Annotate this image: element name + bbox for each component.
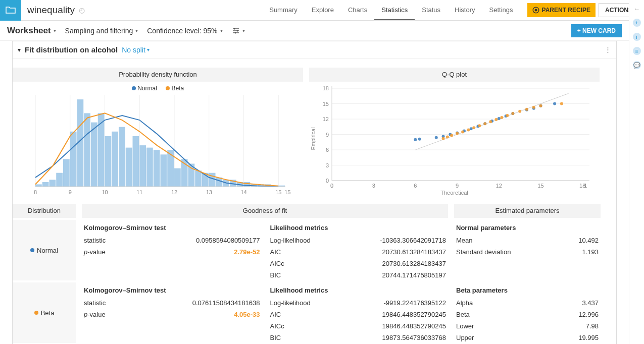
params-block: Normal parametersMean10.492Standard devi…: [454, 220, 601, 280]
svg-point-104: [456, 132, 459, 135]
metric-row: Log-likelihood-9919.224176395122: [268, 297, 449, 309]
legend-normal-marker: [132, 86, 136, 90]
svg-rect-30: [84, 113, 90, 187]
distribution-header: Distribution: [13, 204, 76, 218]
qq-chart-column: Q-Q plot 036912151803691215181Theoretica…: [309, 68, 600, 198]
tab-charts[interactable]: Charts: [341, 0, 374, 20]
tab-status[interactable]: Status: [415, 0, 448, 20]
svg-rect-36: [126, 148, 132, 187]
worksheet-dropdown[interactable]: Worksheet ▾: [7, 26, 56, 36]
svg-text:0: 0: [330, 183, 333, 189]
metric-row: statistic0.07611508434181638: [82, 297, 262, 309]
metric-row: AICc19846.448352790245: [268, 320, 449, 332]
svg-point-114: [511, 112, 514, 115]
svg-text:10: 10: [102, 189, 108, 195]
pdf-chart: Normal Beta 8910111213141515: [13, 82, 303, 198]
list-icon[interactable]: ≡: [633, 47, 641, 55]
svg-point-101: [442, 137, 445, 140]
qq-plot: 036912151803691215181TheoreticalEmpirica…: [309, 82, 600, 196]
svg-text:14: 14: [240, 189, 246, 195]
svg-rect-28: [70, 132, 77, 187]
svg-point-3: [233, 28, 235, 29]
svg-rect-35: [119, 127, 125, 187]
svg-text:9: 9: [326, 132, 329, 138]
tab-explore[interactable]: Explore: [305, 0, 341, 20]
svg-text:15: 15: [284, 189, 290, 195]
svg-text:9: 9: [69, 189, 72, 195]
svg-rect-46: [195, 170, 202, 187]
svg-point-111: [494, 118, 498, 121]
gof-block: Kolmogorov–Smirnov test statistic0.09585…: [82, 220, 448, 280]
svg-point-85: [435, 136, 438, 139]
metric-row: p-value2.79e-52: [82, 246, 262, 258]
collapse-arrow-icon[interactable]: ←: [633, 5, 640, 13]
svg-point-5: [234, 32, 236, 33]
qq-chart: 036912151803691215181TheoreticalEmpirica…: [309, 82, 600, 198]
metric-row: BIC19873.564736033768: [268, 332, 449, 343]
svg-rect-31: [91, 123, 97, 187]
svg-text:Empirical: Empirical: [310, 127, 316, 150]
fit-distribution-card: ▾ Fit distribution on alcohol No split▾ …: [12, 41, 617, 344]
gof-column: Goodness of fit Kolmogorov–Smirnov test …: [82, 204, 448, 343]
card-menu-icon[interactable]: ⋮: [605, 46, 611, 53]
params-block: Beta parametersAlpha3.437Beta12.996Lower…: [454, 282, 601, 343]
svg-point-117: [532, 106, 535, 109]
card-area: ▾ Fit distribution on alcohol No split▾ …: [0, 41, 629, 344]
svg-point-2: [534, 9, 537, 12]
pdf-chart-title: Probability density function: [13, 68, 303, 82]
add-icon[interactable]: +: [633, 19, 641, 27]
distribution-column: Distribution NormalBeta: [13, 204, 76, 343]
svg-text:6: 6: [414, 183, 417, 189]
svg-point-90: [470, 127, 473, 130]
estimated-column: Estimated parameters Normal parametersMe…: [454, 204, 601, 343]
split-dropdown[interactable]: No split▾: [122, 46, 150, 54]
pdf-plot: 8910111213141515: [13, 95, 303, 196]
svg-rect-39: [146, 148, 153, 187]
svg-point-110: [489, 120, 492, 123]
distribution-row: Normal: [13, 220, 76, 280]
chat-icon[interactable]: 💬: [633, 61, 641, 69]
svg-text:15: 15: [275, 189, 281, 195]
svg-point-4: [236, 30, 238, 31]
card-header: ▾ Fit distribution on alcohol No split▾ …: [13, 41, 616, 59]
settings-dropdown[interactable]: ▾: [232, 27, 245, 35]
svg-rect-23: [35, 184, 42, 187]
help-icon[interactable]: ◴: [79, 6, 85, 14]
pdf-legend: Normal Beta: [13, 82, 303, 95]
parent-recipe-button[interactable]: PARENT RECIPE: [527, 3, 596, 17]
svg-point-118: [539, 104, 542, 107]
recipe-icon: [532, 7, 539, 14]
metric-row: statistic0.0958594080509177: [82, 235, 262, 246]
legend-beta-marker: [166, 86, 170, 90]
metric-row: BIC20744.171475805197: [268, 269, 449, 281]
svg-rect-41: [161, 154, 167, 187]
svg-rect-33: [105, 136, 112, 187]
svg-point-108: [478, 124, 481, 127]
svg-point-100: [553, 102, 556, 105]
svg-point-94: [498, 117, 501, 120]
tables-row: Distribution NormalBeta Goodness of fit …: [13, 204, 616, 343]
tab-history[interactable]: History: [448, 0, 482, 20]
svg-point-119: [560, 102, 563, 105]
new-card-button[interactable]: + NEW CARD: [571, 24, 622, 37]
tab-statistics[interactable]: Statistics: [374, 0, 415, 20]
chevron-down-icon: ▾: [242, 28, 245, 33]
collapse-icon[interactable]: ▾: [18, 46, 21, 53]
svg-point-116: [525, 108, 528, 111]
svg-text:6: 6: [326, 147, 329, 153]
info-icon[interactable]: i: [633, 33, 641, 41]
svg-rect-40: [154, 150, 160, 187]
confidence-dropdown[interactable]: Confidence level: 95%▾: [147, 27, 222, 35]
svg-rect-27: [63, 159, 70, 187]
metric-row: AIC20730.613284183437: [268, 246, 449, 258]
folder-icon[interactable]: [0, 0, 21, 21]
charts-row: Probability density function Normal Beta…: [13, 68, 616, 201]
metric-row: Upper19.995: [454, 332, 601, 343]
svg-text:8: 8: [34, 189, 37, 195]
sampling-dropdown[interactable]: Sampling and filtering▾: [65, 27, 138, 35]
tab-summary[interactable]: Summary: [262, 0, 305, 20]
metric-row: p-value4.05e-33: [82, 309, 262, 320]
svg-point-113: [506, 114, 509, 117]
svg-text:12: 12: [323, 116, 329, 122]
tab-settings[interactable]: Settings: [482, 0, 520, 20]
